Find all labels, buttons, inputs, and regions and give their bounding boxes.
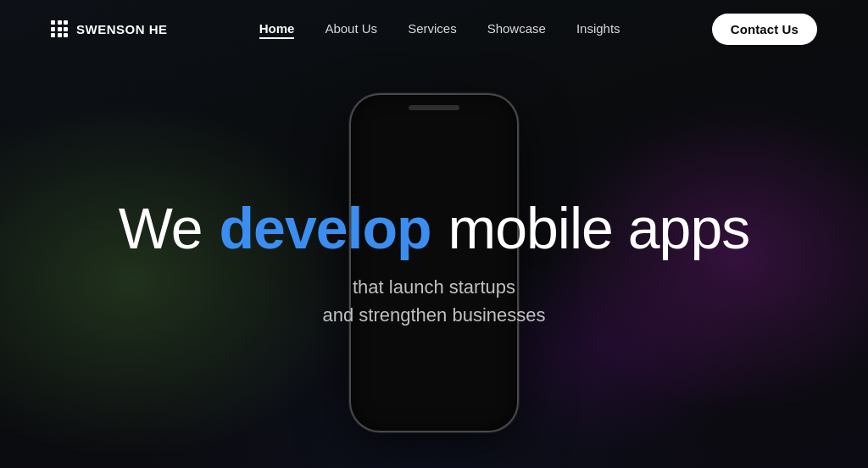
logo[interactable]: SWENSON HE xyxy=(51,20,168,37)
nav-item-home[interactable]: Home xyxy=(259,21,295,36)
phone-mockup xyxy=(349,93,519,432)
phone-wrapper xyxy=(349,58,519,468)
navbar: SWENSON HE Home About Us Services Showca… xyxy=(0,0,868,58)
headline-before: We xyxy=(119,197,203,260)
brand-name: SWENSON HE xyxy=(76,22,168,36)
nav-link-insights[interactable]: Insights xyxy=(576,21,620,36)
nav-item-insights[interactable]: Insights xyxy=(576,21,620,36)
nav-link-services[interactable]: Services xyxy=(408,21,457,36)
nav-item-showcase[interactable]: Showcase xyxy=(487,21,546,36)
nav-link-showcase[interactable]: Showcase xyxy=(487,21,546,36)
hero-section: We develop mobile apps that launch start… xyxy=(0,58,868,468)
logo-grid-icon xyxy=(51,20,68,37)
nav-link-home[interactable]: Home xyxy=(259,21,295,39)
nav-item-about[interactable]: About Us xyxy=(325,21,377,36)
nav-links: Home About Us Services Showcase Insights xyxy=(259,21,620,36)
nav-link-about[interactable]: About Us xyxy=(325,21,377,36)
nav-item-services[interactable]: Services xyxy=(408,21,457,36)
contact-button[interactable]: Contact Us xyxy=(712,14,817,45)
